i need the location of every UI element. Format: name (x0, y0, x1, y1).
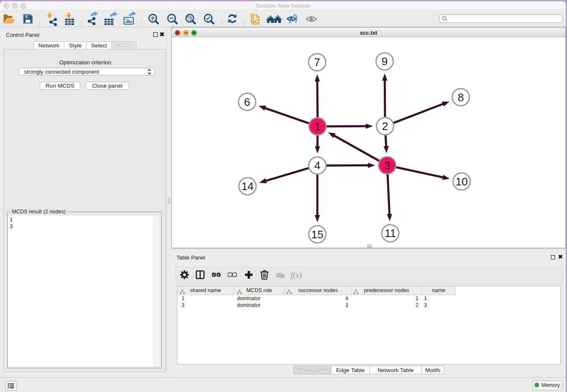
svg-text:1: 1 (314, 120, 320, 133)
svg-text:3: 3 (384, 159, 390, 172)
svg-text:f(x): f(x) (291, 271, 302, 280)
svg-text:9: 9 (382, 55, 388, 68)
svg-text:11: 11 (385, 227, 396, 240)
svg-text:14: 14 (242, 180, 254, 193)
svg-text:6: 6 (244, 96, 250, 108)
svg-text:7: 7 (314, 56, 320, 69)
svg-text:8: 8 (458, 91, 464, 104)
svg-text:4: 4 (314, 159, 320, 172)
svg-text:2: 2 (382, 120, 388, 133)
svg-text:15: 15 (311, 228, 324, 241)
svg-text:10: 10 (456, 175, 468, 188)
